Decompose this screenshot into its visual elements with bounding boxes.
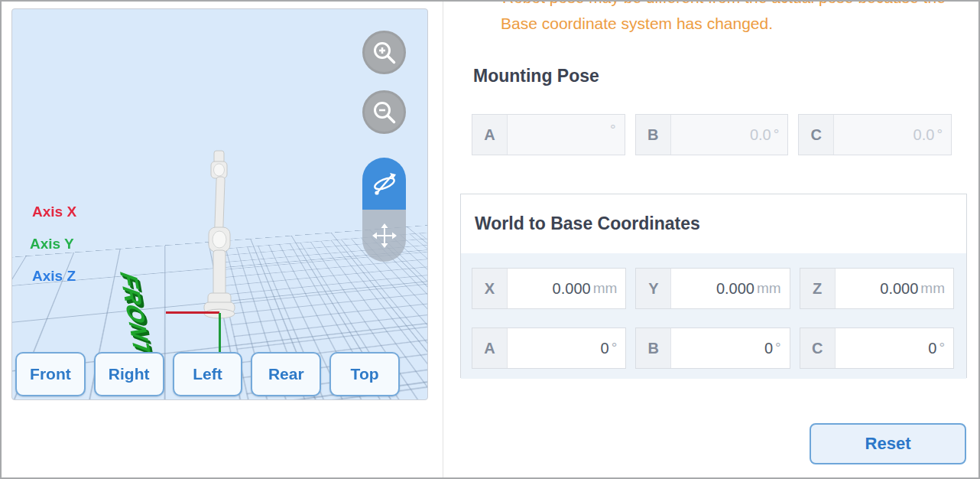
base-x-axis-line: [166, 311, 219, 314]
base-y-axis-line: [219, 313, 221, 353]
field-value: 0: [928, 340, 936, 357]
field-label: C: [800, 328, 836, 368]
reset-button[interactable]: Reset: [810, 423, 966, 464]
mounting-pose-a-field[interactable]: A °: [472, 114, 625, 155]
field-value: 0.000: [880, 280, 918, 298]
view-preset-buttons: Front Right Left Rear Top: [15, 352, 400, 396]
field-label: X: [472, 269, 508, 308]
field-value: 0.0: [913, 126, 935, 144]
world-b-field[interactable]: B 0°: [635, 327, 790, 369]
axis-x-label: Axis X: [32, 204, 76, 220]
world-a-field[interactable]: A 0°: [472, 327, 626, 369]
field-label: Y: [636, 269, 671, 308]
field-label: A: [472, 328, 508, 368]
world-to-base-fields: X 0.000mm Y 0.000mm Z 0.000mm A 0° B 0: [472, 268, 954, 369]
camera-mode-toggle: [362, 158, 406, 262]
field-value: 0: [601, 340, 609, 357]
rotate-mode-button[interactable]: [362, 158, 406, 210]
world-c-field[interactable]: C 0°: [800, 327, 954, 369]
field-unit: mm: [920, 280, 945, 297]
view-front-button[interactable]: Front: [15, 352, 86, 396]
field-label: A: [472, 115, 508, 155]
view-right-button[interactable]: Right: [94, 352, 164, 396]
mounting-pose-fields: A ° B 0.0° C 0.0°: [472, 114, 952, 155]
field-unit: °: [610, 122, 616, 138]
field-unit: °: [774, 126, 780, 143]
magnifier-plus-icon: [372, 40, 398, 66]
notice-clipped-line: Robot pose may be different from the act…: [502, 0, 946, 7]
robot-arm-model: [195, 142, 248, 325]
magnifier-minus-icon: [372, 99, 398, 125]
field-unit: °: [612, 340, 618, 357]
field-value: 0.000: [716, 280, 754, 298]
world-to-base-title: World to Base Coordinates: [475, 213, 700, 234]
axis-z-label: Axis Z: [32, 268, 76, 285]
field-value: 0.0: [750, 126, 771, 144]
field-unit: °: [936, 126, 943, 143]
notice-message: Base coordinate system has changed.: [501, 15, 773, 33]
mounting-pose-title: Mounting Pose: [473, 66, 599, 86]
world-z-field[interactable]: Z 0.000mm: [800, 268, 954, 309]
field-label: B: [636, 115, 671, 155]
mounting-pose-c-field[interactable]: C 0.0°: [798, 114, 952, 155]
view-rear-button[interactable]: Rear: [251, 352, 321, 396]
field-unit: mm: [593, 280, 618, 297]
mounting-pose-b-field[interactable]: B 0.0°: [635, 114, 789, 155]
axis-y-label: Axis Y: [30, 236, 74, 253]
view-left-button[interactable]: Left: [173, 352, 243, 396]
field-label: Z: [800, 269, 836, 308]
zoom-in-button[interactable]: [362, 31, 406, 74]
world-to-base-body: X 0.000mm Y 0.000mm Z 0.000mm A 0° B 0: [461, 253, 966, 379]
field-value: 0: [764, 340, 773, 357]
world-x-field[interactable]: X 0.000mm: [472, 268, 626, 309]
rotate-3d-icon: [371, 171, 398, 196]
field-unit: mm: [757, 280, 781, 297]
field-label: C: [799, 115, 834, 155]
field-label: B: [636, 328, 671, 368]
world-y-field[interactable]: Y 0.000mm: [635, 268, 790, 309]
zoom-out-button[interactable]: [362, 90, 406, 134]
panel-divider: [443, 2, 443, 477]
field-unit: °: [775, 340, 781, 357]
pan-arrows-icon: [371, 222, 398, 249]
view-top-button[interactable]: Top: [329, 352, 400, 396]
field-value: 0.000: [553, 280, 591, 298]
robot-3d-viewport[interactable]: Axis X Axis Y Axis Z FRONT: [11, 8, 428, 400]
pan-mode-button[interactable]: [362, 210, 406, 262]
base-coordinate-settings-page: Axis X Axis Y Axis Z FRONT: [0, 0, 980, 479]
world-to-base-panel: World to Base Coordinates X 0.000mm Y 0.…: [460, 194, 967, 378]
field-unit: °: [939, 340, 945, 357]
